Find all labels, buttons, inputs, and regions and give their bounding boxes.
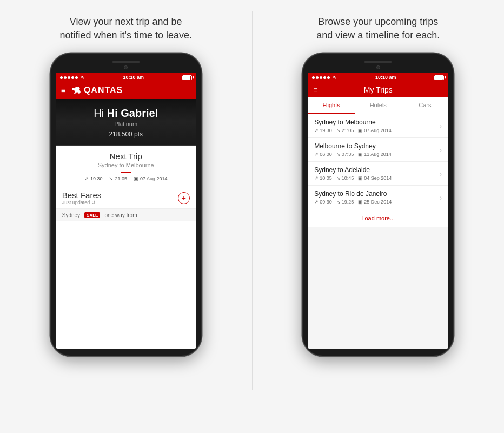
date-detail: ▣ 07 Aug 2014: [134, 176, 168, 181]
hero-section: Hi Hi Gabriel Platinum 218,500 pts: [56, 99, 196, 146]
flight-times-3: ↗10:05 ↘10:45 ▣04 Sep 2014: [314, 175, 439, 181]
wifi-icon: ∿: [81, 75, 85, 80]
date-3: ▣04 Sep 2014: [358, 175, 392, 181]
membership-tier: Platinum: [61, 121, 191, 127]
left-phone: ∿ 10:10 am ≡ QANTAS: [50, 53, 202, 356]
arrive-time-2: ↘07:35: [336, 152, 354, 157]
rdot3: [320, 76, 322, 79]
kangaroo-icon: [70, 86, 82, 95]
left-caption: View your next trip and be notified when…: [59, 15, 192, 42]
chevron-icon-1: ›: [440, 122, 442, 130]
right-wifi-icon: ∿: [333, 75, 337, 80]
arrive-time-1: ↘21:05: [336, 128, 354, 133]
flight-info-1: Sydney to Melbourne ↗19:30 ↘21:05 ▣07 Au…: [314, 119, 439, 133]
next-trip-section: Next Trip Sydney to Melbourne ↗ 19:30 ↘ …: [56, 146, 196, 186]
arrive-time-3: ↘10:45: [336, 175, 354, 181]
phone-top-right: [308, 61, 448, 69]
fare-city: Sydney: [62, 212, 80, 218]
left-status-time: 10:10 am: [123, 75, 144, 80]
hi-text: Hi: [94, 107, 107, 119]
flight-item-3[interactable]: Sydney to Adelaide ↗10:05 ↘10:45 ▣04 Sep…: [308, 162, 448, 186]
arrive-icon-3: ↘: [336, 175, 341, 181]
tab-hotels[interactable]: Hotels: [355, 97, 402, 114]
next-trip-route: Sydney to Melbourne: [62, 162, 190, 168]
points-balance: 218,500 pts: [61, 130, 191, 138]
flights-list: Sydney to Melbourne ↗19:30 ↘21:05 ▣07 Au…: [308, 114, 448, 349]
flight-info-3: Sydney to Adelaide ↗10:05 ↘10:45 ▣04 Sep…: [314, 166, 439, 181]
tab-cars[interactable]: Cars: [402, 97, 449, 114]
depart-time-2: ↗06:00: [314, 152, 332, 157]
next-trip-details: ↗ 19:30 ↘ 21:05 ▣ 07 Aug 2014: [62, 176, 190, 181]
dot1: [60, 76, 63, 79]
cal-icon-4: ▣: [358, 199, 363, 205]
right-status-time: 10:10 am: [375, 75, 396, 80]
phone-speaker-left: [112, 61, 140, 63]
arrive-time-4: ↘19:25: [336, 199, 354, 205]
my-trips-title: My Trips: [364, 86, 393, 94]
flight-times-1: ↗19:30 ↘21:05 ▣07 Aug 2014: [314, 128, 439, 133]
arrive-icon-4: ↘: [336, 199, 341, 205]
date-2: ▣11 Aug 2014: [358, 152, 392, 157]
chevron-icon-2: ›: [440, 146, 442, 154]
flight-item-1[interactable]: Sydney to Melbourne ↗19:30 ↘21:05 ▣07 Au…: [308, 114, 448, 138]
right-caption-line2: and view a timeline for each.: [316, 30, 440, 41]
qantas-logo: QANTAS: [70, 86, 123, 95]
flight-item-4[interactable]: Sydney to Rio de Janeiro ↗09:30 ↘19:25 ▣…: [308, 186, 448, 209]
arrive-arrow-icon: ↘: [109, 176, 113, 181]
signal-dots: ∿: [60, 75, 85, 80]
depart-time-1: ↗19:30: [314, 128, 332, 133]
hamburger-icon-left[interactable]: ≡: [61, 87, 65, 94]
rdot5: [327, 76, 330, 79]
left-phone-screen: ∿ 10:10 am ≡ QANTAS: [56, 73, 196, 349]
dot4: [71, 76, 74, 79]
right-phone-header: ≡ My Trips: [308, 82, 448, 97]
hamburger-icon-right[interactable]: ≡: [313, 86, 317, 94]
rdot1: [312, 76, 315, 79]
dot3: [68, 76, 70, 79]
flight-times-4: ↗09:30 ↘19:25 ▣25 Dec 2014: [314, 199, 439, 205]
date-4: ▣25 Dec 2014: [358, 199, 392, 205]
flight-route-2: Melbourne to Sydney: [314, 142, 439, 150]
cal-icon-2: ▣: [358, 152, 363, 157]
tab-flights[interactable]: Flights: [308, 97, 355, 114]
sale-badge: SALE: [84, 212, 100, 218]
battery-icon-right: [434, 75, 444, 80]
right-caption: Browse your upcoming trips and view a ti…: [316, 15, 440, 42]
flight-route-3: Sydney to Adelaide: [314, 166, 439, 174]
trip-date: 07 Aug 2014: [140, 176, 168, 181]
arrive-icon-2: ↘: [336, 152, 341, 157]
flight-info-4: Sydney to Rio de Janeiro ↗09:30 ↘19:25 ▣…: [314, 190, 439, 205]
depart-detail: ↗ 19:30: [84, 176, 103, 181]
depart-time-4: ↗09:30: [314, 199, 332, 205]
right-signal-dots: ∿: [312, 75, 337, 80]
fares-bottom-bar: Sydney SALE one way from: [56, 209, 196, 221]
flight-times-2: ↗06:00 ↘07:35 ▣11 Aug 2014: [314, 152, 439, 157]
date-1: ▣07 Aug 2014: [358, 128, 392, 133]
arrive-time: 21:05: [115, 176, 127, 181]
depart-icon-2: ↗: [314, 152, 319, 157]
left-status-bar: ∿ 10:10 am: [56, 73, 196, 82]
add-fare-button[interactable]: +: [178, 192, 190, 204]
flight-route-4: Sydney to Rio de Janeiro: [314, 190, 439, 198]
flight-info-2: Melbourne to Sydney ↗06:00 ↘07:35 ▣11 Au…: [314, 142, 439, 157]
right-status-bar: ∿ 10:10 am: [308, 73, 448, 82]
battery-fill-right: [435, 76, 442, 80]
best-fares-section: Best Fares Just updated ↺ +: [56, 186, 196, 209]
left-panel: View your next trip and be notified when…: [0, 0, 252, 356]
chevron-icon-3: ›: [440, 169, 442, 178]
cal-icon-1: ▣: [358, 128, 363, 133]
greeting-text: Hi Hi Gabriel: [61, 107, 191, 120]
depart-time-3: ↗10:05: [314, 175, 332, 181]
rdot4: [323, 76, 326, 79]
flight-item-2[interactable]: Melbourne to Sydney ↗06:00 ↘07:35 ▣11 Au…: [308, 138, 448, 162]
best-fares-title: Best Fares: [62, 191, 102, 200]
depart-icon-3: ↗: [314, 175, 319, 181]
rdot2: [316, 76, 319, 79]
battery-icon-left: [182, 75, 192, 80]
dot5: [75, 76, 78, 79]
phone-camera-right: [376, 65, 380, 69]
fare-direction: one way from: [104, 212, 137, 218]
load-more-button[interactable]: Load more...: [308, 209, 448, 227]
last-updated: Just updated ↺: [62, 200, 102, 205]
right-phone: ∿ 10:10 am ≡ My Trips Flights Hotels Car…: [302, 53, 454, 356]
